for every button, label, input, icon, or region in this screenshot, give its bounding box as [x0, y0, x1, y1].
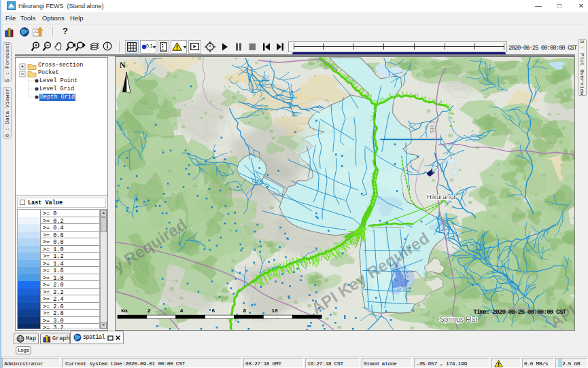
svg-text:N: N — [120, 60, 126, 70]
svg-text:Springs Flat: Springs Flat — [440, 316, 478, 323]
svg-text:km: km — [121, 308, 128, 314]
svg-text:2: 2 — [148, 308, 151, 314]
svg-text:SH 1: SH 1 — [429, 120, 436, 133]
svg-text:10: 10 — [271, 308, 278, 314]
svg-text:6: 6 — [212, 308, 215, 314]
svg-text:Time: 2020-08-25 00:00:00 CST: Time: 2020-08-25 00:00:00 CST — [473, 308, 566, 316]
svg-text:4: 4 — [180, 308, 184, 314]
svg-text:Hikurangi: Hikurangi — [427, 193, 455, 200]
svg-text:8: 8 — [243, 308, 246, 314]
